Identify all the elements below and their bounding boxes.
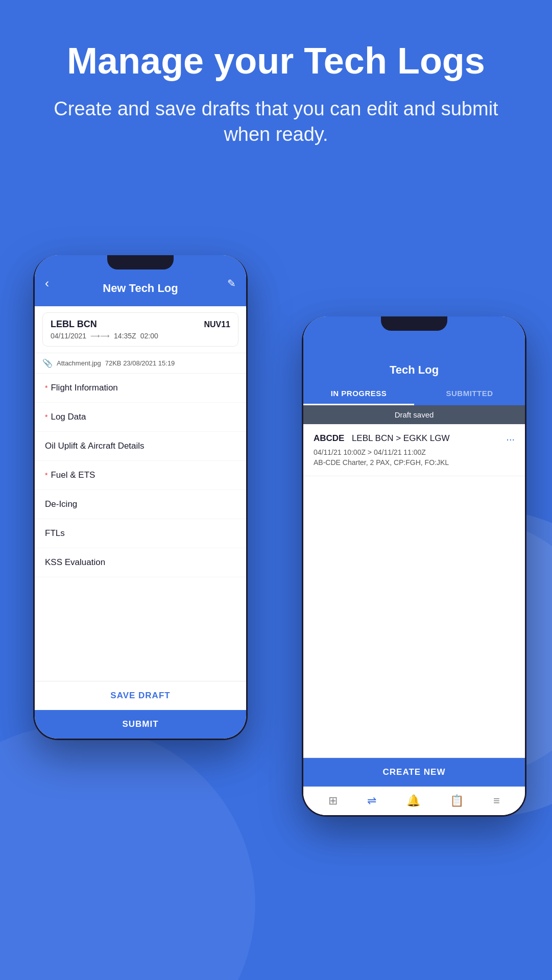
phones-area: ‹ New Tech Log ✎ LEBL BCN NUV11 04/11/20… [0,214,552,929]
attachment-filename: Attachment.jpg [57,359,101,367]
flight-info-row: 04/11/2021 ⟶⟶ 14:35Z 02:00 [51,332,230,340]
menu-icon[interactable]: ≡ [493,794,500,807]
flight-date: 04/11/2021 [51,332,86,340]
menu-item-label: Log Data [51,412,86,422]
attachment-size-date: 72KB 23/08/2021 15:19 [105,359,175,367]
bottom-nav: CREATE NEW ⊞ ⇌ 🔔 📋 ≡ [303,757,525,815]
flight-arrow-icon: ⟶⟶ [90,332,110,340]
flight-card-top: LEBL BCN NUV11 [51,319,230,330]
required-star: * [45,471,47,479]
submit-button[interactable]: SUBMIT [35,710,246,739]
phone-left: ‹ New Tech Log ✎ LEBL BCN NUV11 04/11/20… [33,255,248,740]
tabs-row: IN PROGRESS SUBMITTED [303,383,525,405]
required-star: * [45,413,47,421]
menu-item-label: De-Icing [45,499,77,509]
menu-item-label: FTLs [45,528,65,538]
log-entry[interactable]: ABCDE LEBL BCN > EGKK LGW ··· 04/11/21 1… [303,424,525,476]
flight-route: LEBL BCN [51,319,97,330]
hero-title: Manage your Tech Logs [31,41,521,81]
log-route: LEBL BCN > EGKK LGW [352,433,450,443]
flight-time-start: 14:35Z [114,332,136,340]
tab-in-progress-label: IN PROGRESS [331,389,387,398]
menu-item-de-icing[interactable]: De-Icing [35,490,246,519]
tab-submitted-label: SUBMITTED [446,389,493,398]
edit-icon[interactable]: ✎ [227,272,236,289]
menu-item-flight-information[interactable]: * Flight Information [35,374,246,403]
bell-icon[interactable]: 🔔 [406,794,420,807]
hero-section: Manage your Tech Logs Create and save dr… [0,41,552,147]
menu-item-label: Oil Uplift & Aircraft Details [45,441,145,451]
phone-right: Tech Log IN PROGRESS SUBMITTED Draft sav… [302,316,526,817]
menu-item-fuel-ets[interactable]: * Fuel & ETS [35,461,246,490]
log-code: ABCDE [314,433,344,443]
save-draft-button[interactable]: SAVE DRAFT [35,681,246,710]
required-star: * [45,384,47,392]
back-button[interactable]: ‹ [45,271,49,290]
log-entry-top: ABCDE LEBL BCN > EGKK LGW ··· [314,433,515,445]
more-options-button[interactable]: ··· [506,433,515,445]
phone-right-screen: Tech Log IN PROGRESS SUBMITTED Draft sav… [303,316,525,815]
tab-submitted[interactable]: SUBMITTED [414,383,525,405]
create-new-button[interactable]: CREATE NEW [303,758,525,787]
menu-item-log-data[interactable]: * Log Data [35,403,246,432]
flight-duration: 02:00 [140,332,158,340]
log-datetime: 04/11/21 10:00Z > 04/11/21 11:00Z [314,448,515,456]
bottom-actions: SAVE DRAFT SUBMIT [35,681,246,739]
hero-subtitle: Create and save drafts that you can edit… [31,96,521,147]
phone-right-notch [381,316,447,331]
sliders-icon[interactable]: ⇌ [367,794,376,807]
log-entry-header: ABCDE LEBL BCN > EGKK LGW [314,433,450,444]
phone-left-header-title: New Tech Log [103,277,178,295]
attachment-row: 📎 Attachment.jpg 72KB 23/08/2021 15:19 [35,353,246,374]
draft-saved-banner: Draft saved [303,405,525,424]
grid-icon[interactable]: ⊞ [328,794,338,807]
phone-left-screen: ‹ New Tech Log ✎ LEBL BCN NUV11 04/11/20… [35,255,246,739]
menu-item-kss-evaluation[interactable]: KSS Evaluation [35,548,246,577]
menu-list: * Flight Information * Log Data Oil Upli… [35,374,246,577]
tab-in-progress[interactable]: IN PROGRESS [303,383,414,405]
log-details: AB-CDE Charter, 2 PAX, CP:FGH, FO:JKL [314,458,515,467]
menu-item-ftls[interactable]: FTLs [35,519,246,548]
flight-code: NUV11 [204,320,230,329]
bottom-icons-row: ⊞ ⇌ 🔔 📋 ≡ [303,787,525,815]
menu-item-label: Fuel & ETS [51,470,95,480]
menu-item-oil-uplift[interactable]: Oil Uplift & Aircraft Details [35,432,246,461]
document-icon[interactable]: 📋 [450,794,464,807]
menu-item-label: Flight Information [51,383,117,393]
menu-item-label: KSS Evaluation [45,557,105,568]
phone-left-notch [107,255,174,270]
flight-card: LEBL BCN NUV11 04/11/2021 ⟶⟶ 14:35Z 02:0… [42,312,238,347]
phone-right-header-title: Tech Log [390,363,439,377]
attachment-icon: 📎 [42,358,53,368]
